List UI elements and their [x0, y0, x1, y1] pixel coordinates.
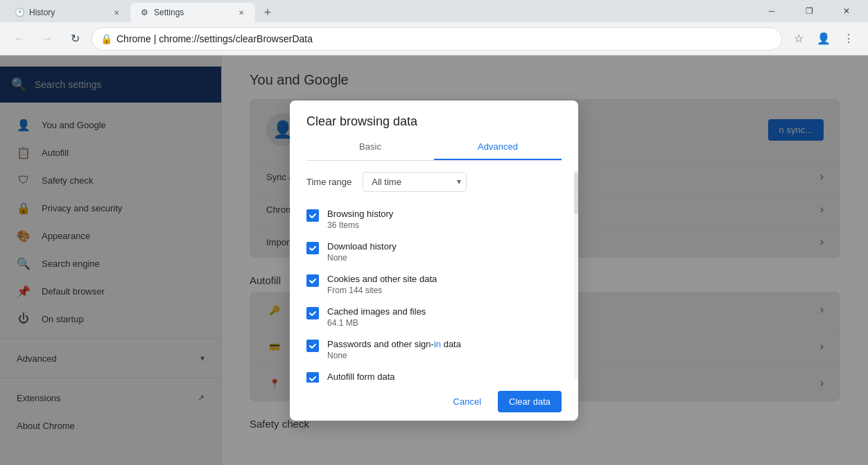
cookies-sub: From 144 sites [327, 286, 562, 295]
cancel-button[interactable]: Cancel [442, 391, 492, 412]
checkbox-cache: Cached images and files 64.1 MB [306, 301, 562, 333]
tab-history[interactable]: 🕐 History ✕ [6, 3, 130, 22]
modal-overlay: Clear browsing data Basic Advanced Time … [0, 55, 868, 465]
reload-button[interactable]: ↻ [64, 28, 86, 50]
download-history-checkbox[interactable] [306, 242, 319, 254]
settings-tab-title: Settings [154, 8, 236, 17]
autofill-form-title: Autofill form data [327, 371, 562, 382]
maximize-button[interactable]: ❐ [793, 0, 825, 22]
passwords-signin-sub: None [327, 351, 562, 360]
passwords-highlight: in [434, 339, 441, 349]
browsing-history-sub: 36 Items [327, 220, 562, 230]
history-tab-title: History [29, 8, 111, 17]
dialog-title: Clear browsing data [290, 100, 578, 134]
autofill-checkbox[interactable] [306, 372, 319, 383]
download-history-title: Download history [327, 241, 562, 252]
passwords-signin-title: Passwords and other sign-in data [327, 339, 562, 349]
back-button[interactable]: ← [8, 28, 31, 50]
cookies-checkbox[interactable] [306, 274, 319, 287]
settings-page: 🔍 Search settings 👤 You and Google 📋 Aut… [0, 55, 868, 465]
checkbox-autofill: Autofill form data [306, 366, 562, 383]
history-tab-close[interactable]: ✕ [111, 7, 122, 18]
tab-settings[interactable]: ⚙ Settings ✕ [130, 3, 255, 22]
download-history-sub: None [327, 253, 562, 263]
cache-title: Cached images and files [327, 306, 562, 317]
settings-tab-favicon: ⚙ [139, 7, 150, 18]
time-range-label: Time range [306, 177, 351, 187]
minimize-button[interactable]: ─ [756, 0, 788, 22]
window-controls: ─ ❐ ✕ [756, 0, 862, 22]
checkbox-browsing-history: Browsing history 36 Items [306, 203, 562, 236]
time-range-row: Time range Last hour Last 24 hours Last … [306, 172, 562, 192]
checkbox-cookies: Cookies and other site data From 144 sit… [306, 268, 562, 301]
cookies-text: Cookies and other site data From 144 sit… [327, 274, 562, 295]
dialog-scrollbar-thumb [574, 173, 578, 214]
settings-tab-close[interactable]: ✕ [236, 7, 247, 18]
browsing-history-checkbox[interactable] [306, 209, 319, 222]
bookmark-icon[interactable]: ☆ [788, 28, 810, 50]
cookies-title: Cookies and other site data [327, 274, 562, 284]
checkbox-passwords: Passwords and other sign-in data None [306, 333, 562, 366]
autofill-form-text: Autofill form data [327, 371, 562, 382]
clear-data-button[interactable]: Clear data [498, 391, 562, 412]
url-text: Chrome | chrome://settings/clearBrowserD… [116, 33, 313, 44]
address-bar: ← → ↻ 🔒 Chrome | chrome://settings/clear… [0, 22, 868, 55]
new-tab-button[interactable]: + [258, 3, 277, 22]
browsing-history-title: Browsing history [327, 209, 562, 219]
tab-basic[interactable]: Basic [306, 134, 434, 160]
time-range-select-wrapper: Last hour Last 24 hours Last 7 days Last… [363, 172, 467, 192]
tab-advanced[interactable]: Advanced [434, 134, 562, 160]
passwords-signin-text: Passwords and other sign-in data None [327, 339, 562, 360]
address-right-icons: ☆ 👤 ⋮ [788, 28, 860, 50]
passwords-signin-checkbox[interactable] [306, 340, 319, 352]
dialog-content: Time range Last hour Last 24 hours Last … [290, 161, 578, 383]
account-icon[interactable]: 👤 [813, 28, 835, 50]
title-bar: 🕐 History ✕ ⚙ Settings ✕ + ─ ❐ ✕ [0, 0, 868, 22]
browsing-history-text: Browsing history 36 Items [327, 209, 562, 230]
tab-strip: 🕐 History ✕ ⚙ Settings ✕ + [6, 0, 277, 22]
menu-icon[interactable]: ⋮ [837, 28, 860, 50]
forward-button[interactable]: → [36, 28, 58, 50]
url-bar[interactable]: 🔒 Chrome | chrome://settings/clearBrowse… [92, 27, 782, 51]
history-tab-favicon: 🕐 [14, 7, 25, 18]
dialog-actions: Cancel Clear data [290, 383, 578, 421]
clear-browsing-dialog: Clear browsing data Basic Advanced Time … [290, 100, 578, 421]
cache-checkbox[interactable] [306, 307, 319, 319]
dialog-scrollbar [574, 170, 578, 379]
checkbox-download-history: Download history None [306, 236, 562, 268]
browser-frame: 🕐 History ✕ ⚙ Settings ✕ + ─ ❐ ✕ ← → ↻ 🔒… [0, 0, 868, 465]
time-range-select[interactable]: Last hour Last 24 hours Last 7 days Last… [363, 172, 467, 192]
download-history-text: Download history None [327, 241, 562, 263]
cache-text: Cached images and files 64.1 MB [327, 306, 562, 328]
dialog-tab-strip: Basic Advanced [306, 134, 562, 161]
lock-icon: 🔒 [101, 33, 112, 44]
close-button[interactable]: ✕ [831, 0, 862, 22]
url-domain: Chrome | chrome://settings/clearBrowserD… [116, 33, 313, 44]
cache-sub: 64.1 MB [327, 318, 562, 328]
